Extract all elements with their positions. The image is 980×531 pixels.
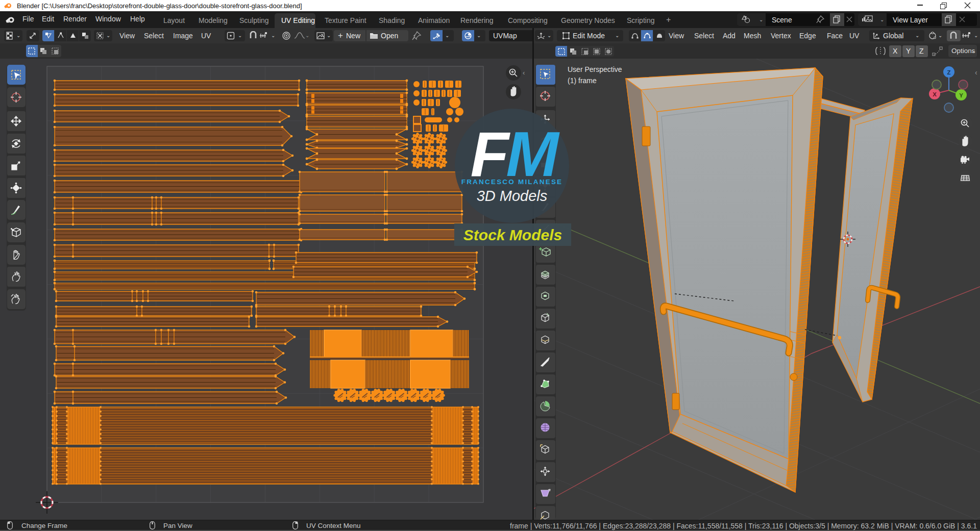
svg-text:Y: Y (959, 92, 963, 98)
svg-text:User Perspective: User Perspective (568, 65, 622, 73)
svg-text:Z: Z (947, 69, 950, 75)
svg-text:‹: ‹ (523, 69, 525, 77)
svg-text:‹: ‹ (975, 68, 977, 77)
svg-text:(1) frame: (1) frame (568, 77, 597, 85)
svg-text:X: X (933, 91, 937, 97)
